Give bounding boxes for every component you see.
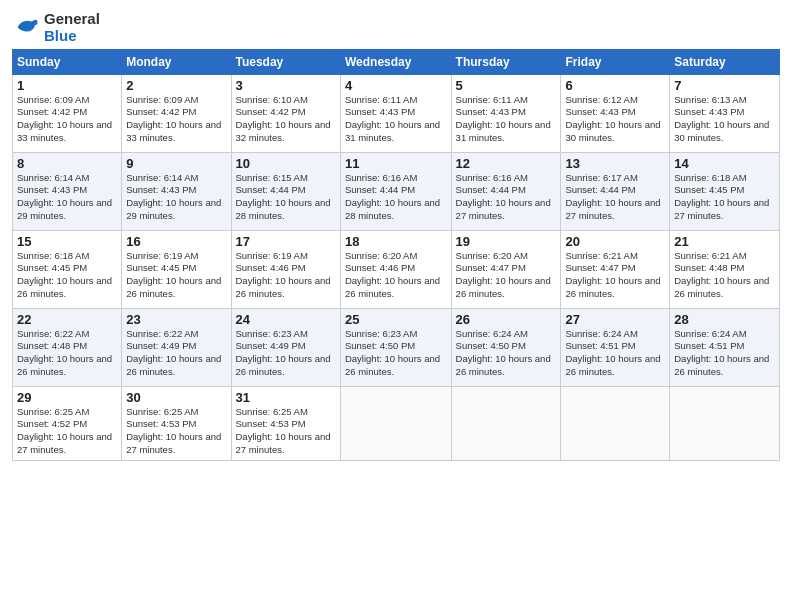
calendar-cell <box>670 386 780 460</box>
day-number: 7 <box>674 78 775 93</box>
day-number: 27 <box>565 312 665 327</box>
day-info: Sunrise: 6:21 AM Sunset: 4:48 PM Dayligh… <box>674 250 775 301</box>
day-info: Sunrise: 6:24 AM Sunset: 4:50 PM Dayligh… <box>456 328 557 379</box>
day-info: Sunrise: 6:14 AM Sunset: 4:43 PM Dayligh… <box>126 172 226 223</box>
day-number: 9 <box>126 156 226 171</box>
day-number: 3 <box>236 78 336 93</box>
day-info: Sunrise: 6:20 AM Sunset: 4:46 PM Dayligh… <box>345 250 447 301</box>
day-info: Sunrise: 6:09 AM Sunset: 4:42 PM Dayligh… <box>17 94 117 145</box>
calendar-cell: 17 Sunrise: 6:19 AM Sunset: 4:46 PM Dayl… <box>231 230 340 308</box>
calendar-cell: 23 Sunrise: 6:22 AM Sunset: 4:49 PM Dayl… <box>122 308 231 386</box>
day-number: 18 <box>345 234 447 249</box>
week-row-2: 8 Sunrise: 6:14 AM Sunset: 4:43 PM Dayli… <box>13 152 780 230</box>
day-info: Sunrise: 6:22 AM Sunset: 4:48 PM Dayligh… <box>17 328 117 379</box>
day-number: 13 <box>565 156 665 171</box>
calendar-cell: 10 Sunrise: 6:15 AM Sunset: 4:44 PM Dayl… <box>231 152 340 230</box>
calendar-cell: 11 Sunrise: 6:16 AM Sunset: 4:44 PM Dayl… <box>340 152 451 230</box>
calendar-cell: 4 Sunrise: 6:11 AM Sunset: 4:43 PM Dayli… <box>340 74 451 152</box>
calendar-table: SundayMondayTuesdayWednesdayThursdayFrid… <box>12 49 780 461</box>
logo: General Blue <box>12 10 100 45</box>
calendar-cell: 8 Sunrise: 6:14 AM Sunset: 4:43 PM Dayli… <box>13 152 122 230</box>
calendar-cell: 7 Sunrise: 6:13 AM Sunset: 4:43 PM Dayli… <box>670 74 780 152</box>
day-number: 24 <box>236 312 336 327</box>
day-number: 31 <box>236 390 336 405</box>
day-info: Sunrise: 6:10 AM Sunset: 4:42 PM Dayligh… <box>236 94 336 145</box>
day-info: Sunrise: 6:16 AM Sunset: 4:44 PM Dayligh… <box>345 172 447 223</box>
day-number: 29 <box>17 390 117 405</box>
day-number: 20 <box>565 234 665 249</box>
day-info: Sunrise: 6:20 AM Sunset: 4:47 PM Dayligh… <box>456 250 557 301</box>
logo-icon <box>12 13 40 41</box>
day-number: 23 <box>126 312 226 327</box>
day-number: 2 <box>126 78 226 93</box>
week-row-4: 22 Sunrise: 6:22 AM Sunset: 4:48 PM Dayl… <box>13 308 780 386</box>
day-number: 8 <box>17 156 117 171</box>
day-info: Sunrise: 6:19 AM Sunset: 4:46 PM Dayligh… <box>236 250 336 301</box>
calendar-cell: 5 Sunrise: 6:11 AM Sunset: 4:43 PM Dayli… <box>451 74 561 152</box>
day-info: Sunrise: 6:25 AM Sunset: 4:53 PM Dayligh… <box>126 406 226 457</box>
col-header-friday: Friday <box>561 49 670 74</box>
day-info: Sunrise: 6:11 AM Sunset: 4:43 PM Dayligh… <box>456 94 557 145</box>
calendar-cell: 9 Sunrise: 6:14 AM Sunset: 4:43 PM Dayli… <box>122 152 231 230</box>
calendar-cell: 27 Sunrise: 6:24 AM Sunset: 4:51 PM Dayl… <box>561 308 670 386</box>
day-info: Sunrise: 6:11 AM Sunset: 4:43 PM Dayligh… <box>345 94 447 145</box>
day-number: 22 <box>17 312 117 327</box>
day-info: Sunrise: 6:16 AM Sunset: 4:44 PM Dayligh… <box>456 172 557 223</box>
day-info: Sunrise: 6:17 AM Sunset: 4:44 PM Dayligh… <box>565 172 665 223</box>
day-info: Sunrise: 6:21 AM Sunset: 4:47 PM Dayligh… <box>565 250 665 301</box>
day-info: Sunrise: 6:09 AM Sunset: 4:42 PM Dayligh… <box>126 94 226 145</box>
calendar-cell: 22 Sunrise: 6:22 AM Sunset: 4:48 PM Dayl… <box>13 308 122 386</box>
calendar-cell: 12 Sunrise: 6:16 AM Sunset: 4:44 PM Dayl… <box>451 152 561 230</box>
day-info: Sunrise: 6:22 AM Sunset: 4:49 PM Dayligh… <box>126 328 226 379</box>
day-number: 17 <box>236 234 336 249</box>
day-info: Sunrise: 6:24 AM Sunset: 4:51 PM Dayligh… <box>565 328 665 379</box>
day-info: Sunrise: 6:23 AM Sunset: 4:50 PM Dayligh… <box>345 328 447 379</box>
day-info: Sunrise: 6:19 AM Sunset: 4:45 PM Dayligh… <box>126 250 226 301</box>
calendar-cell: 19 Sunrise: 6:20 AM Sunset: 4:47 PM Dayl… <box>451 230 561 308</box>
day-info: Sunrise: 6:25 AM Sunset: 4:53 PM Dayligh… <box>236 406 336 457</box>
day-info: Sunrise: 6:13 AM Sunset: 4:43 PM Dayligh… <box>674 94 775 145</box>
day-info: Sunrise: 6:18 AM Sunset: 4:45 PM Dayligh… <box>17 250 117 301</box>
day-number: 16 <box>126 234 226 249</box>
day-info: Sunrise: 6:24 AM Sunset: 4:51 PM Dayligh… <box>674 328 775 379</box>
day-number: 30 <box>126 390 226 405</box>
header: General Blue <box>12 10 780 45</box>
calendar-cell: 14 Sunrise: 6:18 AM Sunset: 4:45 PM Dayl… <box>670 152 780 230</box>
col-header-tuesday: Tuesday <box>231 49 340 74</box>
calendar-cell: 15 Sunrise: 6:18 AM Sunset: 4:45 PM Dayl… <box>13 230 122 308</box>
calendar-cell: 31 Sunrise: 6:25 AM Sunset: 4:53 PM Dayl… <box>231 386 340 460</box>
day-number: 21 <box>674 234 775 249</box>
day-number: 4 <box>345 78 447 93</box>
day-info: Sunrise: 6:18 AM Sunset: 4:45 PM Dayligh… <box>674 172 775 223</box>
day-number: 15 <box>17 234 117 249</box>
day-number: 14 <box>674 156 775 171</box>
col-header-wednesday: Wednesday <box>340 49 451 74</box>
calendar-cell <box>340 386 451 460</box>
calendar-cell: 28 Sunrise: 6:24 AM Sunset: 4:51 PM Dayl… <box>670 308 780 386</box>
day-number: 19 <box>456 234 557 249</box>
header-row: SundayMondayTuesdayWednesdayThursdayFrid… <box>13 49 780 74</box>
day-info: Sunrise: 6:23 AM Sunset: 4:49 PM Dayligh… <box>236 328 336 379</box>
day-number: 6 <box>565 78 665 93</box>
day-info: Sunrise: 6:14 AM Sunset: 4:43 PM Dayligh… <box>17 172 117 223</box>
logo-text: General Blue <box>44 10 100 45</box>
day-number: 5 <box>456 78 557 93</box>
col-header-saturday: Saturday <box>670 49 780 74</box>
page-container: General Blue SundayMondayTuesdayWednesda… <box>0 0 792 471</box>
day-number: 1 <box>17 78 117 93</box>
calendar-cell: 18 Sunrise: 6:20 AM Sunset: 4:46 PM Dayl… <box>340 230 451 308</box>
calendar-cell: 2 Sunrise: 6:09 AM Sunset: 4:42 PM Dayli… <box>122 74 231 152</box>
day-info: Sunrise: 6:25 AM Sunset: 4:52 PM Dayligh… <box>17 406 117 457</box>
calendar-cell: 21 Sunrise: 6:21 AM Sunset: 4:48 PM Dayl… <box>670 230 780 308</box>
day-number: 26 <box>456 312 557 327</box>
col-header-thursday: Thursday <box>451 49 561 74</box>
week-row-5: 29 Sunrise: 6:25 AM Sunset: 4:52 PM Dayl… <box>13 386 780 460</box>
calendar-cell: 26 Sunrise: 6:24 AM Sunset: 4:50 PM Dayl… <box>451 308 561 386</box>
col-header-sunday: Sunday <box>13 49 122 74</box>
day-number: 25 <box>345 312 447 327</box>
calendar-cell: 30 Sunrise: 6:25 AM Sunset: 4:53 PM Dayl… <box>122 386 231 460</box>
calendar-cell: 20 Sunrise: 6:21 AM Sunset: 4:47 PM Dayl… <box>561 230 670 308</box>
calendar-cell: 16 Sunrise: 6:19 AM Sunset: 4:45 PM Dayl… <box>122 230 231 308</box>
week-row-3: 15 Sunrise: 6:18 AM Sunset: 4:45 PM Dayl… <box>13 230 780 308</box>
day-number: 28 <box>674 312 775 327</box>
